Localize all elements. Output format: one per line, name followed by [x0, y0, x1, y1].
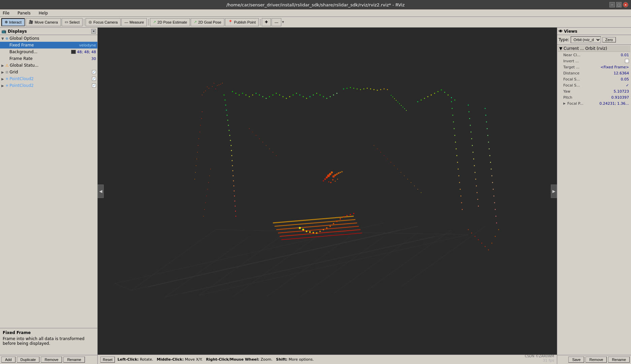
svg-point-141 [196, 159, 197, 159]
add-display-button[interactable]: Add [1, 357, 15, 363]
minimize-button[interactable]: ─ [609, 2, 615, 7]
zero-button[interactable]: Zero [602, 37, 616, 42]
tree-item-global-status[interactable]: ▶ ⚠ Global Statu... [0, 62, 97, 69]
svg-point-193 [477, 199, 478, 200]
svg-point-93 [234, 191, 235, 192]
viewport-canvas[interactable]: ◀ ▶ [98, 28, 557, 355]
svg-point-204 [491, 169, 492, 170]
views-type-row: Type: Orbit (rviz_d Zero [557, 35, 631, 45]
svg-point-222 [374, 89, 375, 90]
svg-point-260 [471, 233, 472, 234]
measure-icon: — [124, 20, 128, 24]
focus-camera-button[interactable]: ◎ Focus Camera [86, 18, 121, 26]
svg-point-198 [487, 128, 488, 129]
select-button[interactable]: ▭ Select [62, 18, 83, 26]
remove-display-button[interactable]: Remove [41, 357, 62, 363]
grid-checkbox[interactable]: ✓ [92, 70, 96, 74]
fps-badge: 31 fps [543, 358, 554, 363]
displays-close-button[interactable]: ✕ [91, 29, 96, 34]
svg-point-183 [471, 132, 472, 133]
tree-item-frame-rate[interactable]: Frame Rate 30 [0, 55, 97, 62]
tree-item-pointcloud2-1[interactable]: ▶ ✳ PointCloud2 ✓ [0, 75, 97, 82]
close-button[interactable]: ✕ [623, 2, 628, 7]
viewport-left-arrow[interactable]: ◀ [98, 185, 104, 198]
pose-icon: ↗ [153, 20, 156, 24]
tree-item-pointcloud2-2[interactable]: ▶ ✳ PointCloud2 ✓ [0, 82, 97, 89]
interact-button[interactable]: ⊕ Interact [1, 18, 25, 26]
menu-file[interactable]: File [1, 10, 11, 16]
svg-point-207 [493, 189, 494, 190]
type-dropdown[interactable]: Orbit (rviz_d [571, 36, 601, 43]
maximize-button[interactable]: □ [616, 2, 622, 7]
tree-item-grid[interactable]: ▶ ⊞ Grid ✓ [0, 69, 97, 75]
svg-point-178 [462, 209, 463, 210]
invert-checkbox[interactable] [625, 59, 629, 63]
views-row-focalp[interactable]: ▶ Focal P... 0.24231; 1.36... [558, 100, 630, 106]
move-camera-button[interactable]: 🎥 Move Camera [26, 18, 61, 26]
rename-display-button[interactable]: Rename [63, 357, 85, 363]
svg-point-256 [205, 202, 206, 203]
remove-view-button[interactable]: Remove [586, 357, 607, 363]
tree-item-background[interactable]: Background... 48; 48; 48 [0, 48, 97, 55]
svg-point-208 [494, 196, 495, 197]
minus-toolbar-button[interactable]: — [272, 18, 281, 26]
save-view-button[interactable]: Save [568, 357, 584, 363]
svg-point-37 [441, 90, 442, 91]
svg-rect-0 [98, 28, 557, 355]
viewport[interactable]: ◀ ▶ Reset Left-Click: Rotate. Middle-Cli… [98, 28, 557, 364]
svg-point-249 [417, 189, 418, 190]
svg-point-106 [302, 229, 304, 231]
rename-view-button[interactable]: Rename [608, 357, 630, 363]
info-box: Fixed Frame Frame into which all data is… [0, 328, 97, 355]
svg-point-229 [256, 135, 256, 136]
svg-point-109 [313, 232, 314, 234]
svg-point-166 [454, 128, 455, 129]
svg-point-202 [490, 155, 491, 156]
views-row-target: Target ... <Fixed Frame> [558, 64, 630, 70]
svg-point-267 [495, 236, 496, 237]
svg-point-96 [235, 206, 236, 207]
tree-item-global-options[interactable]: ▼ ⊕ Global Options [0, 35, 97, 42]
svg-point-216 [353, 88, 354, 89]
views-row-nearclip: Near Cl... 0.01 [558, 52, 630, 58]
svg-rect-26 [403, 107, 403, 107]
duplicate-display-button[interactable]: Duplicate [17, 357, 40, 363]
tree-item-fixed-frame[interactable]: Fixed Frame velodyne [0, 42, 97, 48]
add-toolbar-button[interactable]: ✚ [262, 18, 271, 26]
svg-point-46 [246, 95, 247, 96]
svg-point-195 [485, 108, 486, 109]
svg-point-165 [453, 122, 454, 123]
svg-point-143 [195, 172, 196, 173]
views-section-header[interactable]: ▼ Current ... Orbit (rviz) [558, 45, 630, 52]
pointcloud2-2-checkbox[interactable]: ✓ [92, 84, 96, 88]
svg-point-86 [231, 155, 232, 156]
svg-point-159 [328, 181, 329, 183]
menu-help[interactable]: Help [37, 10, 49, 16]
svg-point-153 [340, 172, 341, 173]
svg-point-110 [316, 232, 318, 234]
svg-rect-20 [392, 97, 393, 97]
svg-point-185 [472, 145, 473, 146]
svg-point-224 [380, 89, 381, 90]
svg-point-129 [217, 85, 218, 86]
svg-point-210 [495, 209, 496, 210]
type-label: Type: [559, 37, 569, 42]
svg-point-134 [202, 111, 202, 112]
measure-button[interactable]: — Measure [121, 18, 147, 26]
2d-pose-button[interactable]: ↗ 2D Pose Estimate [150, 18, 190, 26]
publish-point-button[interactable]: 📍 Publish Point [225, 18, 259, 26]
2d-goal-button[interactable]: ↗ 2D Goal Pose [191, 18, 224, 26]
reset-button[interactable]: Reset [100, 357, 115, 363]
svg-point-221 [370, 89, 371, 90]
svg-point-114 [329, 226, 331, 227]
svg-point-80 [228, 125, 229, 126]
svg-point-119 [346, 215, 348, 216]
svg-point-182 [470, 125, 471, 126]
svg-point-137 [199, 132, 200, 132]
viewport-right-arrow[interactable]: ▶ [551, 185, 557, 198]
svg-point-51 [262, 96, 263, 97]
menu-panels[interactable]: Panels [16, 10, 32, 16]
pointcloud2-1-checkbox[interactable]: ✓ [92, 77, 96, 81]
svg-point-205 [492, 175, 493, 176]
svg-point-76 [225, 105, 226, 106]
